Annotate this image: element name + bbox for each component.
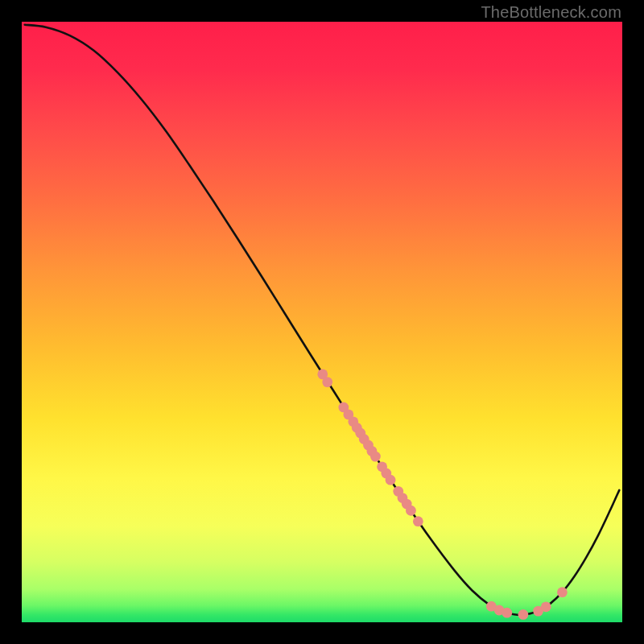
attribution-label: TheBottleneck.com [481, 3, 621, 22]
data-dot [502, 608, 512, 618]
plot-area [22, 22, 622, 622]
data-dot [541, 601, 551, 612]
data-dot [386, 475, 396, 485]
chart-svg [22, 22, 622, 622]
data-dot [518, 609, 529, 620]
gradient-background [22, 22, 622, 622]
data-dot [413, 516, 423, 526]
data-dot [370, 452, 381, 462]
data-dot [557, 587, 568, 597]
chart-stage: TheBottleneck.com [0, 0, 644, 644]
data-dot [406, 506, 416, 516]
data-dot [322, 377, 332, 387]
